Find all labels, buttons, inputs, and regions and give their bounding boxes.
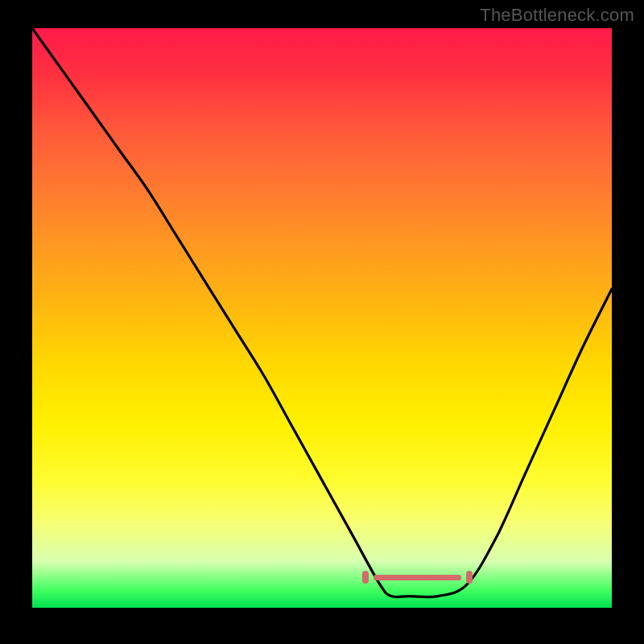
range-end-dot	[466, 571, 473, 584]
range-start-dot	[362, 571, 369, 584]
watermark-text: TheBottleneck.com	[480, 5, 634, 26]
plot-area	[32, 28, 612, 608]
curve-path	[32, 28, 612, 597]
bottleneck-curve	[32, 28, 612, 608]
range-bar	[374, 575, 461, 580]
optimal-range-marker	[362, 571, 473, 584]
